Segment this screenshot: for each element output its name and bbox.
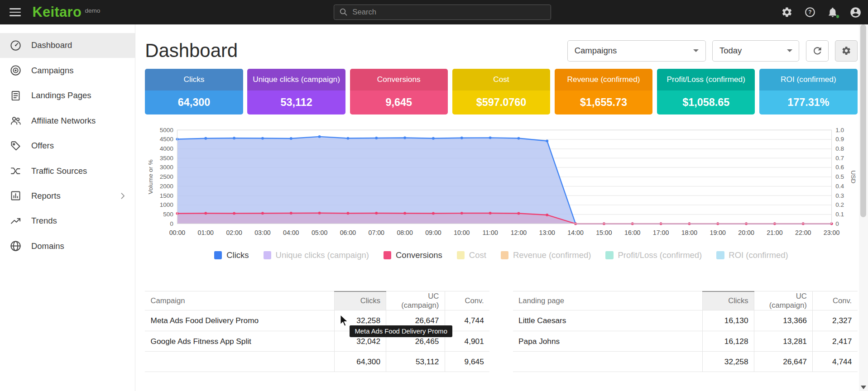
notifications-icon[interactable]	[826, 5, 840, 19]
stat-card-conversions[interactable]: Conversions9,645	[350, 69, 448, 114]
svg-text:1500: 1500	[160, 192, 173, 199]
legend-item-profit-loss-confirmed[interactable]: Profit/Loss (confirmed)	[605, 250, 702, 260]
svg-text:02:00: 02:00	[226, 229, 243, 236]
svg-text:Volume or %: Volume or %	[148, 159, 154, 194]
legend-item-roi-confirmed[interactable]: ROI (confirmed)	[716, 250, 788, 260]
cell-name[interactable]: Google Ads Fitness App Split	[145, 331, 334, 352]
legend-swatch	[716, 251, 724, 259]
stat-card-profit-loss-confirmed[interactable]: Profit/Loss (confirmed)$1,058.65	[657, 69, 755, 114]
legend-item-clicks[interactable]: Clicks	[214, 250, 249, 260]
svg-text:0.5: 0.5	[835, 173, 844, 180]
sidebar-item-domains[interactable]: Domains	[0, 234, 135, 258]
column-header-conv[interactable]: Conv.	[445, 291, 489, 310]
stat-card-unique-clicks-campaign[interactable]: Unique clicks (campaign)53,112	[247, 69, 345, 114]
svg-text:00:00: 00:00	[169, 229, 186, 236]
domains-icon	[10, 240, 22, 252]
svg-text:09:00: 09:00	[426, 229, 442, 236]
svg-text:5000: 5000	[160, 127, 173, 134]
sidebar-item-campaigns[interactable]: Campaigns	[0, 58, 135, 83]
campaigns-filter-value: Campaigns	[575, 46, 617, 56]
sidebar-item-traffic-sources[interactable]: Traffic Sources	[0, 158, 135, 183]
sidebar-item-trends[interactable]: Trends	[0, 209, 135, 234]
stat-card-roi-confirmed[interactable]: ROI (confirmed)177.31%	[759, 69, 857, 114]
reports-icon	[10, 190, 22, 202]
svg-text:2000: 2000	[160, 183, 173, 190]
legend-swatch	[264, 251, 271, 259]
cell-clicks-total: 32,258	[702, 352, 754, 372]
sidebar-item-offers[interactable]: Offers	[0, 133, 135, 158]
stat-label: Clicks	[145, 69, 243, 91]
legend-label: Conversions	[396, 250, 442, 260]
cell-name[interactable]: Little Caesars	[513, 310, 702, 331]
svg-text:0: 0	[170, 220, 174, 227]
landings-table: Landing pageClicksUC (campaign)Conv.Litt…	[513, 291, 858, 372]
stat-card-cost[interactable]: Cost$597.0760	[452, 69, 550, 114]
column-header-campaign[interactable]: Campaign	[145, 291, 334, 310]
cell-clicks: 16,130	[702, 310, 754, 331]
legend-label: Profit/Loss (confirmed)	[618, 250, 702, 260]
help-icon[interactable]: ?	[803, 5, 817, 19]
legend-label: Unique clicks (campaign)	[276, 250, 369, 260]
scrollbar-thumb[interactable]	[860, 24, 867, 217]
sidebar-item-reports[interactable]: Reports	[0, 183, 135, 208]
search-input[interactable]	[352, 8, 546, 17]
sidebar-item-affiliate-networks[interactable]: Affiliate Networks	[0, 108, 135, 133]
sidebar-item-dashboard[interactable]: Dashboard	[0, 33, 135, 58]
legend-item-cost[interactable]: Cost	[457, 250, 486, 260]
stat-label: ROI (confirmed)	[759, 69, 857, 91]
logo[interactable]: Keitaro	[32, 5, 82, 19]
scrollbar[interactable]	[859, 24, 868, 391]
cell-uc-total: 26,647	[754, 352, 812, 372]
sidebar-item-label: Campaigns	[31, 66, 73, 76]
column-header-clicks[interactable]: Clicks	[335, 291, 386, 310]
menu-toggle-button[interactable]	[10, 8, 21, 16]
search-bar[interactable]	[334, 5, 551, 20]
chart-canvas[interactable]: 0500100015002000250030003500400045005000…	[145, 127, 857, 239]
svg-text:17:00: 17:00	[653, 229, 669, 236]
cell-name[interactable]: Papa Johns	[513, 331, 702, 352]
date-range-select[interactable]: Today	[712, 40, 799, 62]
column-header-landing-page[interactable]: Landing page	[513, 291, 702, 310]
account-icon[interactable]	[849, 5, 863, 19]
cell-clicks-total: 64,300	[335, 352, 386, 372]
scroll-down-arrow[interactable]	[861, 386, 866, 389]
traffic-chart[interactable]: 0500100015002000250030003500400045005000…	[145, 127, 857, 239]
legend-item-conversions[interactable]: Conversions	[384, 250, 442, 260]
search-icon	[339, 8, 348, 17]
stat-card-clicks[interactable]: Clicks64,300	[145, 69, 243, 114]
dashboard-controls: Campaigns Today	[567, 40, 858, 62]
legend-item-unique-clicks-campaign[interactable]: Unique clicks (campaign)	[264, 250, 369, 260]
totals-row: 64,30053,1129,645	[145, 352, 489, 372]
svg-text:0.9: 0.9	[835, 136, 844, 143]
column-header-clicks[interactable]: Clicks	[702, 291, 754, 310]
cell-name[interactable]: Meta Ads Food Delivery Promo	[145, 310, 334, 331]
stat-label: Cost	[452, 69, 550, 91]
table-row[interactable]: Papa Johns16,12813,2812,417	[513, 331, 858, 352]
svg-text:22:00: 22:00	[795, 229, 811, 236]
totals-row: 32,25826,6474,744	[513, 352, 858, 372]
stat-card-revenue-confirmed[interactable]: Revenue (confirmed)$1,655.73	[555, 69, 652, 114]
column-header-conv[interactable]: Conv.	[813, 291, 858, 310]
svg-text:18:00: 18:00	[681, 229, 698, 236]
column-header-uc-campaign[interactable]: UC (campaign)	[754, 291, 812, 310]
stat-value: $597.0760	[452, 91, 550, 114]
svg-text:12:00: 12:00	[511, 229, 527, 236]
refresh-button[interactable]	[806, 40, 828, 62]
sidebar: DashboardCampaignsLandings PagesAffiliat…	[0, 24, 135, 391]
svg-text:03:00: 03:00	[255, 229, 271, 236]
legend-item-revenue-confirmed[interactable]: Revenue (confirmed)	[501, 250, 591, 260]
sidebar-item-landings-pages[interactable]: Landings Pages	[0, 83, 135, 108]
sidebar-item-label: Affiliate Networks	[31, 116, 96, 126]
settings-icon[interactable]	[781, 5, 794, 19]
keitaro-app: Keitaro demo ? DashboardCampaignsLand	[0, 0, 868, 391]
campaigns-filter-select[interactable]: Campaigns	[567, 40, 706, 62]
svg-text:0.4: 0.4	[835, 183, 844, 190]
column-header-uc-campaign[interactable]: UC (campaign)	[386, 291, 445, 310]
dashboard-settings-button[interactable]	[835, 40, 857, 62]
svg-text:14:00: 14:00	[568, 229, 584, 236]
table-row[interactable]: Little Caesars16,13013,3662,327	[513, 310, 858, 331]
sidebar-item-label: Landings Pages	[31, 91, 91, 100]
traffic-icon	[10, 165, 22, 177]
cell-uc-total: 53,112	[386, 352, 445, 372]
sidebar-item-label: Trends	[31, 216, 57, 226]
